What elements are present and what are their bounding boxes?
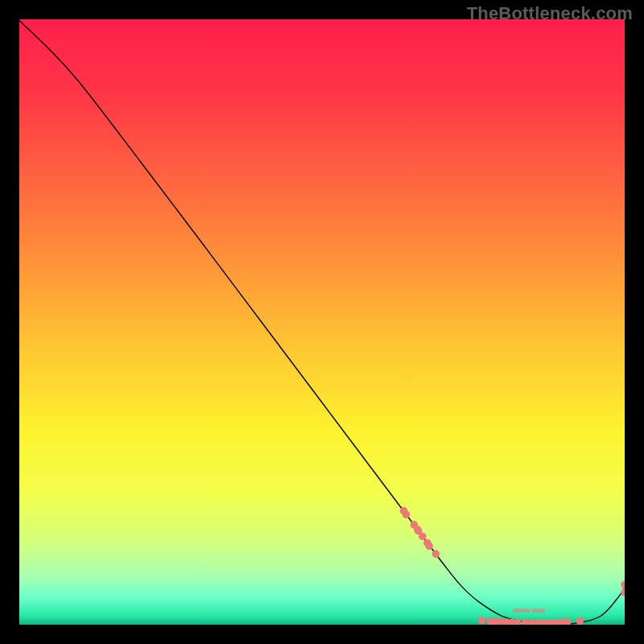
watermark-label: TheBottleneck.com [467,3,633,24]
data-marker [419,532,427,540]
bottleneck-chart: MMMM MMM [19,19,625,625]
chart-stage: TheBottleneck.com MMMM MMM [0,0,644,644]
data-marker [478,617,486,625]
plot-area: MMMM MMM [19,19,625,625]
gradient-background [19,19,625,625]
marker-cluster-label: MMMM MMM [513,608,545,613]
data-marker [576,617,584,625]
data-marker [400,507,408,515]
data-marker [432,550,440,558]
data-marker [425,542,433,550]
